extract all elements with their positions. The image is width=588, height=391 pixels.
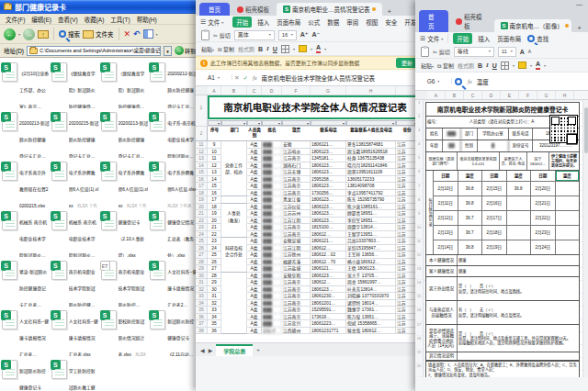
table-row[interactable]: 12 10 A类 ███ 江苏响水 1806123… 周玉霞1895162951… bbox=[196, 149, 423, 156]
form-title[interactable]: 南京机电职业技术学院新冠肺炎防控健康登记卡 bbox=[425, 102, 580, 116]
cell-category[interactable]: A类 bbox=[247, 176, 262, 184]
cell-name-redacted[interactable]: ███ bbox=[262, 169, 282, 176]
temp-date-cell[interactable]: 2月18日 bbox=[482, 226, 507, 240]
cell-dept[interactable] bbox=[221, 314, 247, 321]
row-number[interactable]: 12 bbox=[415, 252, 423, 266]
back-dropdown-icon[interactable]: ▾ bbox=[18, 32, 20, 37]
filter-dropdown-icon[interactable]: ▾ bbox=[346, 120, 396, 126]
column-header[interactable]: H bbox=[556, 91, 574, 99]
row-number[interactable]: 24 bbox=[196, 231, 208, 239]
cell-emergency-contact[interactable]: 顾晏青18951… bbox=[346, 210, 396, 218]
ribbon-tab[interactable]: 视图 bbox=[364, 17, 379, 28]
temp-date-cell[interactable]: 2月14日 bbox=[434, 240, 458, 254]
new-tab-button[interactable]: + bbox=[385, 7, 395, 16]
address-dropdown-icon[interactable]: ▾ bbox=[164, 46, 172, 56]
cell-origin[interactable]: 江西赣州 bbox=[282, 328, 311, 335]
add-sheet-button[interactable]: + bbox=[256, 347, 260, 352]
cell-dept[interactable]: 企合作处 bbox=[221, 251, 247, 259]
cell-phone[interactable]: 173619… bbox=[311, 314, 346, 321]
cell-origin[interactable]: 江苏徐州 bbox=[282, 251, 311, 259]
value-residence[interactable]: 南京市鼓楼区某某花园5-6-011 bbox=[458, 152, 500, 170]
cell-no[interactable]: 27 bbox=[208, 265, 221, 273]
cell-name-redacted[interactable]: ███ bbox=[262, 231, 282, 239]
cell-origin[interactable]: 江苏南京 bbox=[282, 307, 311, 314]
temp-value-cell[interactable] bbox=[556, 211, 580, 225]
cell-emergency-contact[interactable]: 杜源 13675135438 bbox=[346, 155, 396, 162]
underline-icon[interactable]: U bbox=[273, 46, 277, 52]
cell-category[interactable]: A类 bbox=[247, 279, 262, 286]
cell-dept[interactable] bbox=[221, 196, 247, 204]
column-header[interactable]: C bbox=[464, 91, 482, 99]
table-row[interactable]: 31 29 A类 ███ 江苏南京 180612… 周金 15861997… 江… bbox=[196, 279, 423, 286]
cell-dept[interactable]: 科研及校 bbox=[221, 245, 247, 252]
cell-emergency-contact[interactable]: 周震宇13814… bbox=[346, 224, 396, 231]
file-item[interactable]: S 新冠肺炎防控健康登记卡（2.12）.xlsx XLSX 工作表 bbox=[1, 358, 51, 391]
row-number[interactable]: 2 bbox=[415, 114, 423, 128]
label-gender[interactable]: 性别 bbox=[461, 140, 478, 151]
row-number[interactable]: 34 bbox=[196, 300, 208, 307]
cell-category[interactable]: A类 bbox=[247, 265, 262, 273]
column-header[interactable]: B bbox=[221, 86, 247, 95]
cell-emergency-contact[interactable]: 晓月月18261141846 bbox=[346, 162, 396, 170]
temp-value-cell[interactable]: 36.8 bbox=[458, 240, 483, 254]
value-name-redacted[interactable]: ███ bbox=[443, 128, 461, 140]
qa-label[interactable]: 是否途经湖北返宁、或接触疫情重点地区人员（14天内） bbox=[426, 325, 458, 352]
column-header[interactable]: G bbox=[537, 91, 556, 99]
fill-color-icon[interactable] bbox=[299, 45, 307, 52]
file-item[interactable]: S 紧急-新冠肺炎防控健康登记卡汇总表… XLSX 工作表 bbox=[1, 259, 51, 308]
temp-date-cell[interactable]: 2月20日 bbox=[531, 182, 556, 196]
cell-category[interactable]: A类 bbox=[247, 190, 262, 197]
bold-icon[interactable]: B bbox=[478, 62, 482, 69]
column-header[interactable]: A bbox=[208, 86, 221, 95]
table-row[interactable]: 18 16 A类 ███ 江苏南京 1730256… 李贞13957411792… bbox=[196, 190, 423, 197]
tab-docer[interactable]: 稻壳模板 bbox=[451, 10, 491, 32]
cell-category[interactable]: A类 bbox=[247, 218, 262, 225]
ribbon-tab[interactable]: 安全 bbox=[383, 17, 399, 28]
table-row[interactable]: 25 23 A类 ███ 安徽宣城 1806121… 吕高13337803… 江… bbox=[196, 238, 423, 245]
filter-dropdown-icon[interactable]: ▾ bbox=[262, 120, 282, 126]
filter-dropdown-icon[interactable]: ▾ bbox=[221, 120, 247, 126]
cell-emergency-contact[interactable]: 周金 15861997… bbox=[346, 279, 396, 286]
cell-dept[interactable] bbox=[221, 155, 247, 162]
cell-category[interactable]: A类 bbox=[247, 224, 262, 231]
row-number[interactable]: 5 bbox=[415, 155, 423, 169]
person-type-line[interactable]: 人员类型（请在对应类型上打√）：A bbox=[454, 117, 549, 128]
temp-date-cell[interactable]: 2月15日 bbox=[482, 182, 507, 196]
row-number[interactable]: 18 bbox=[196, 190, 208, 197]
temp-date-cell[interactable]: 2月10日 bbox=[434, 182, 458, 196]
temp-value-cell[interactable]: 36.8 bbox=[458, 196, 483, 210]
cell-dept[interactable] bbox=[221, 238, 247, 245]
cell-name-redacted[interactable]: ███ bbox=[262, 190, 282, 197]
tab-document[interactable]: S南京机电职业…员情况登记表 bbox=[277, 3, 382, 16]
table-row[interactable]: 11 9 A类 ███ 安徽 1806121… 夏冬13815874681 江苏 bbox=[196, 141, 423, 149]
row-number[interactable]: 15 bbox=[196, 169, 208, 176]
cell-origin[interactable]: 江苏南京 bbox=[282, 183, 311, 190]
tab-home[interactable]: 首页 bbox=[419, 10, 448, 32]
cell-name-redacted[interactable]: ███ bbox=[262, 259, 282, 266]
file-item[interactable]: S 机械系 南京机电职业技术学院新冠肺炎… XLSX 工作表 bbox=[51, 209, 100, 259]
form-no-label[interactable]: 编号： bbox=[426, 117, 454, 128]
cell-name-redacted[interactable]: ███ bbox=[262, 293, 282, 300]
select-all-corner[interactable] bbox=[415, 91, 427, 99]
row-number[interactable]: 14 bbox=[415, 280, 423, 294]
table-column-header[interactable]: 部门 bbox=[221, 127, 247, 140]
ribbon-tab[interactable]: 开始 bbox=[453, 33, 472, 44]
cell-name-redacted[interactable]: ███ bbox=[262, 176, 282, 184]
cell-no[interactable]: 26 bbox=[208, 259, 221, 266]
temp-date-cell[interactable]: 日期 bbox=[482, 171, 507, 181]
table-column-header[interactable]: 序号 bbox=[208, 127, 221, 140]
cell-phone[interactable]: 1806123… bbox=[311, 169, 346, 176]
cell-emergency-contact[interactable]: 13814098708 bbox=[346, 183, 396, 190]
table-row[interactable]: 26 24 科研及校 A类 ███ 江苏江阴 180612… 吴恺1519584… bbox=[196, 245, 423, 252]
cell-no[interactable]: 13 bbox=[208, 169, 221, 176]
temp-date-cell[interactable]: 2月24日 bbox=[531, 240, 556, 254]
cell-no[interactable]: 21 bbox=[208, 224, 221, 231]
cell-category[interactable]: A类 bbox=[247, 300, 262, 307]
cell-dept[interactable] bbox=[221, 224, 247, 231]
sheet-prev-icon[interactable]: ◀ bbox=[200, 347, 205, 353]
cell-origin[interactable]: 黑龙江省 bbox=[282, 196, 311, 204]
cell-no[interactable]: 24 bbox=[208, 245, 221, 252]
sheet-title-cell[interactable]: 南京机电职业技术学院全体人员情况登记表 bbox=[208, 95, 423, 119]
temp-value-cell[interactable] bbox=[507, 240, 532, 254]
cell-origin[interactable]: 江苏盐城 bbox=[282, 265, 311, 273]
